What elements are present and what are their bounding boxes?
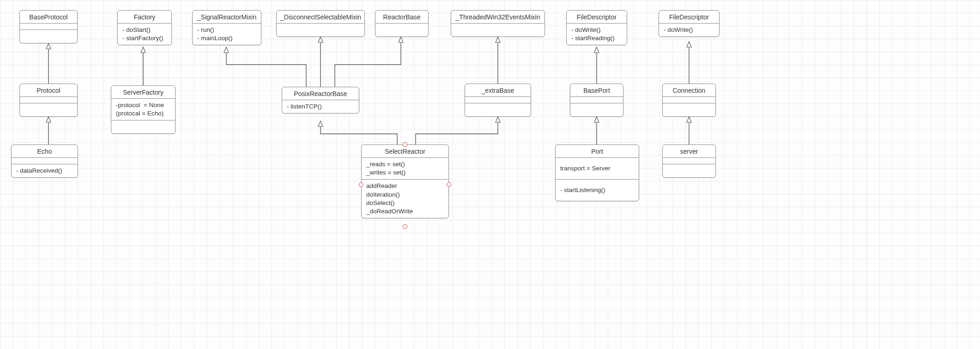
class-ops <box>465 103 531 110</box>
class-title: SelectReactor <box>362 145 448 158</box>
class-connection[interactable]: Connection <box>662 84 716 117</box>
class-attrs: -protocol = None (protocal = Echo) <box>111 99 175 120</box>
op: doSelect() <box>366 199 444 207</box>
class-ops <box>451 24 544 30</box>
class-title: ServerFactory <box>111 86 175 99</box>
class-attrs <box>465 97 531 103</box>
class-echo[interactable]: Echo - dataReceived() <box>11 144 78 178</box>
class-ops <box>111 120 175 133</box>
class-attrs <box>20 97 77 103</box>
attr: -protocol = None <box>116 101 170 109</box>
class-ops <box>663 103 715 110</box>
class-ops <box>277 24 364 30</box>
class-ops: addReader doIteration() doSelect() _doRe… <box>362 180 448 218</box>
class-title: ReactorBase <box>375 11 428 24</box>
class-ops <box>570 103 623 110</box>
class-title: Factory <box>118 11 171 24</box>
class-attrs <box>20 24 77 30</box>
class-title: BaseProtocol <box>20 11 77 24</box>
op: - dataReceived() <box>16 167 73 175</box>
class-baseport[interactable]: BasePort <box>570 84 623 117</box>
class-title: server <box>663 145 715 158</box>
class-ops <box>663 164 715 171</box>
op: _doReadOrWrite <box>366 207 444 216</box>
op: - run() <box>197 26 256 34</box>
class-title: _DisconnectSelectableMixin <box>277 11 364 24</box>
class-title: Connection <box>663 84 715 97</box>
op: - doStart() <box>122 26 167 34</box>
op: doIteration() <box>366 191 444 199</box>
class-title: BasePort <box>570 84 623 97</box>
class-selectreactor[interactable]: SelectReactor _reads = set() _writes = s… <box>361 144 449 218</box>
op: - doWrite() <box>664 26 714 34</box>
class-attrs: transport = Server <box>556 158 639 180</box>
class-attrs <box>663 158 715 164</box>
class-ops <box>375 24 428 30</box>
class-serverfactory[interactable]: ServerFactory -protocol = None (protocal… <box>111 85 175 134</box>
attr: transport = Server <box>560 164 634 173</box>
class-attrs <box>12 158 78 164</box>
class-ops: - listenTCP() <box>282 100 359 113</box>
class-filedescriptor-2[interactable]: FileDescriptor - doWrite() <box>659 10 720 37</box>
class-baseprotocol[interactable]: BaseProtocol <box>19 10 78 43</box>
class-title: Protocol <box>20 84 77 97</box>
class-port[interactable]: Port transport = Server - startListening… <box>555 144 639 201</box>
op: - startListening() <box>560 186 634 194</box>
class-attrs <box>570 97 623 103</box>
class-factory[interactable]: Factory - doStart() - startFactory() <box>117 10 172 45</box>
class-ops: - doWrite() <box>659 24 719 36</box>
class-threadedwin32eventsmixin[interactable]: _ThreadedWin32EventsMixin <box>451 10 545 37</box>
diagram-canvas: BaseProtocol Protocol Echo - dataReceive… <box>0 0 980 349</box>
class-title: FileDescriptor <box>567 11 627 24</box>
class-extrabase[interactable]: _extraBase <box>465 84 531 117</box>
class-title: FileDescriptor <box>659 11 719 24</box>
op: - doWrite() <box>571 26 622 34</box>
class-ops: - dataReceived() <box>12 164 78 177</box>
class-title: PosixReactorBase <box>282 87 359 100</box>
edges-layer <box>0 0 980 349</box>
op: - listenTCP() <box>287 102 354 111</box>
op: - mainLoop() <box>197 34 256 42</box>
class-ops <box>20 103 77 110</box>
class-disconnectselectablemixin[interactable]: _DisconnectSelectableMixin <box>276 10 365 37</box>
class-title: Echo <box>12 145 78 158</box>
class-title: Port <box>556 145 639 158</box>
class-posixreactorbase[interactable]: PosixReactorBase - listenTCP() <box>282 87 359 114</box>
class-reactorbase[interactable]: ReactorBase <box>375 10 429 37</box>
class-attrs <box>663 97 715 103</box>
class-title: _extraBase <box>465 84 531 97</box>
class-title: _SignalReactorMixin <box>193 11 261 24</box>
attr: _reads = set() <box>366 160 444 168</box>
class-ops: - doStart() - startFactory() <box>118 24 171 45</box>
class-title: _ThreadedWin32EventsMixin <box>451 11 544 24</box>
op: addReader <box>366 182 444 190</box>
op: - startReading() <box>571 34 622 42</box>
class-filedescriptor-1[interactable]: FileDescriptor - doWrite() - startReadin… <box>566 10 627 45</box>
class-attrs: _reads = set() _writes = set() <box>362 158 448 180</box>
class-server[interactable]: server <box>662 144 716 178</box>
class-ops: - run() - mainLoop() <box>193 24 261 45</box>
op: - startFactory() <box>122 34 167 42</box>
class-ops: - startListening() <box>556 180 639 201</box>
class-ops: - doWrite() - startReading() <box>567 24 627 45</box>
attr: (protocal = Echo) <box>116 109 170 118</box>
attr: _writes = set() <box>366 168 444 177</box>
port-marker <box>403 224 407 229</box>
class-signalreactormixin[interactable]: _SignalReactorMixin - run() - mainLoop() <box>192 10 261 45</box>
class-protocol[interactable]: Protocol <box>19 84 78 117</box>
class-ops <box>20 30 77 36</box>
